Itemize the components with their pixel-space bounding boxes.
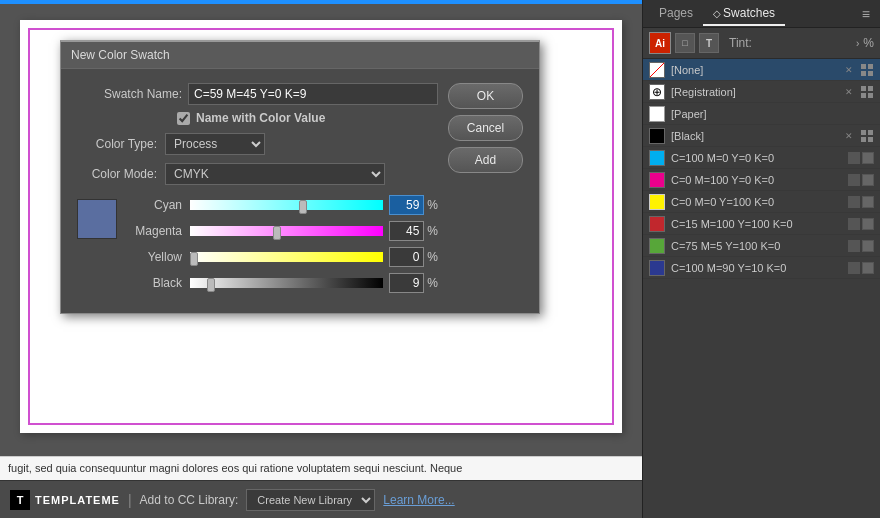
panel-logo: Ai [649,32,671,54]
yellow-label: Yellow [127,250,182,264]
toolbar-square-icon[interactable]: □ [675,33,695,53]
swatch-name-input[interactable] [188,83,438,105]
tab-pages[interactable]: Pages [649,2,703,26]
swatch-item-black[interactable]: [Black] ✕ [643,125,880,147]
swatch-mini-m100 [848,174,874,186]
svg-text:Ai: Ai [655,38,665,49]
tint-pct: % [863,36,874,50]
swatch-delete-icon-registration[interactable]: ✕ [842,85,856,99]
swatch-name-label: Swatch Name: [77,87,182,101]
library-dropdown[interactable]: Create New Library [246,489,375,511]
black-pct: % [427,276,438,290]
swatch-mini-c100 [848,152,874,164]
swatch-color-black [649,128,665,144]
swatch-color-m100 [649,172,665,188]
swatches-panel: Pages ◇Swatches ≡ Ai □ T Tint: › % [None… [642,0,880,518]
panel-menu-button[interactable]: ≡ [858,4,874,24]
cyan-pct: % [427,198,438,212]
magenta-input[interactable] [389,221,424,241]
mini-icon3 [848,174,860,186]
swatch-grid-icon-registration[interactable] [860,85,874,99]
svg-rect-5 [868,71,873,76]
learn-more-link[interactable]: Learn More... [383,493,454,507]
swatch-item-paper[interactable]: [Paper] [643,103,880,125]
black-label: Black [127,276,182,290]
add-library-label: Add to CC Library: [140,493,239,507]
swatch-item-registration[interactable]: ⊕ [Registration] ✕ [643,81,880,103]
svg-rect-11 [868,130,873,135]
yellow-slider[interactable] [190,252,383,262]
swatch-item-c100m0y0k0[interactable]: C=100 M=0 Y=0 K=0 [643,147,880,169]
ok-button[interactable]: OK [448,83,523,109]
swatch-actions-none: ✕ [842,63,874,77]
new-color-swatch-dialog: New Color Swatch Swatch Name: Name with … [60,40,540,314]
swatch-name-black: [Black] [671,130,838,142]
dialog-title: New Color Swatch [61,42,539,69]
color-mode-select[interactable]: CMYK RGB Lab [165,163,385,185]
swatch-mini-green [848,240,874,252]
mini-icon2 [862,152,874,164]
color-type-label: Color Type: [77,137,157,151]
black-slider[interactable] [190,278,383,288]
swatch-name-red: C=15 M=100 Y=100 K=0 [671,218,846,230]
svg-rect-8 [861,93,866,98]
swatch-name-none: [None] [671,64,838,76]
color-type-select[interactable]: Process Spot [165,133,265,155]
swatch-color-y100 [649,194,665,210]
swatch-name-y100: C=0 M=0 Y=100 K=0 [671,196,846,208]
swatch-item-c100m90y10k0[interactable]: C=100 M=90 Y=10 K=0 [643,257,880,279]
magenta-slider[interactable] [190,226,383,236]
cyan-slider[interactable] [190,200,383,210]
swatch-name-m100: C=0 M=100 Y=0 K=0 [671,174,846,186]
swatch-grid-icon-none[interactable] [860,63,874,77]
mini-icon9 [848,240,860,252]
panel-toolbar: Ai □ T Tint: › % [643,28,880,59]
swatch-color-paper [649,106,665,122]
swatches-list[interactable]: [None] ✕ ⊕ [Registration] ✕ [Paper] [643,59,880,518]
swatch-delete-icon-black[interactable]: ✕ [842,129,856,143]
swatch-color-green [649,238,665,254]
svg-rect-10 [861,130,866,135]
swatch-mini-y100 [848,196,874,208]
swatch-item-c75m5y100k0[interactable]: C=75 M=5 Y=100 K=0 [643,235,880,257]
cyan-input[interactable] [389,195,424,215]
panel-tabs: Pages ◇Swatches ≡ [643,0,880,28]
swatch-item-c0m100y0k0[interactable]: C=0 M=100 Y=0 K=0 [643,169,880,191]
swatch-color-blue [649,260,665,276]
cyan-label: Cyan [127,198,182,212]
swatch-item-c0m0y100k0[interactable]: C=0 M=0 Y=100 K=0 [643,191,880,213]
tint-label: Tint: [729,36,752,50]
magenta-label: Magenta [127,224,182,238]
main-canvas-area: New Color Swatch Swatch Name: Name with … [0,0,642,518]
svg-rect-2 [861,64,866,69]
magenta-pct: % [427,224,438,238]
svg-rect-4 [861,71,866,76]
swatch-item-c15m100y100k0[interactable]: C=15 M=100 Y=100 K=0 [643,213,880,235]
swatch-grid-icon-black[interactable] [860,129,874,143]
swatch-name-c100: C=100 M=0 Y=0 K=0 [671,152,846,164]
svg-rect-13 [868,137,873,142]
bottom-bar: T TEMPLATEME | Add to CC Library: Create… [0,480,642,518]
mini-icon8 [862,218,874,230]
swatch-name-paper: [Paper] [671,108,874,120]
black-input[interactable] [389,273,424,293]
mini-icon4 [862,174,874,186]
swatch-name-registration: [Registration] [671,86,838,98]
color-preview [77,199,117,239]
add-button[interactable]: Add [448,147,523,173]
swatch-item-none[interactable]: [None] ✕ [643,59,880,81]
yellow-input[interactable] [389,247,424,267]
yellow-pct: % [427,250,438,264]
mini-icon12 [862,262,874,274]
swatch-color-red [649,216,665,232]
swatch-actions-registration: ✕ [842,85,874,99]
tint-chevron: › [856,38,859,49]
toolbar-text-icon[interactable]: T [699,33,719,53]
tab-swatches[interactable]: ◇Swatches [703,2,785,26]
bottom-separator: | [128,492,132,508]
mini-icon7 [848,218,860,230]
name-with-color-checkbox[interactable] [177,112,190,125]
color-mode-label: Color Mode: [77,167,157,181]
cancel-button[interactable]: Cancel [448,115,523,141]
swatch-delete-icon-none[interactable]: ✕ [842,63,856,77]
